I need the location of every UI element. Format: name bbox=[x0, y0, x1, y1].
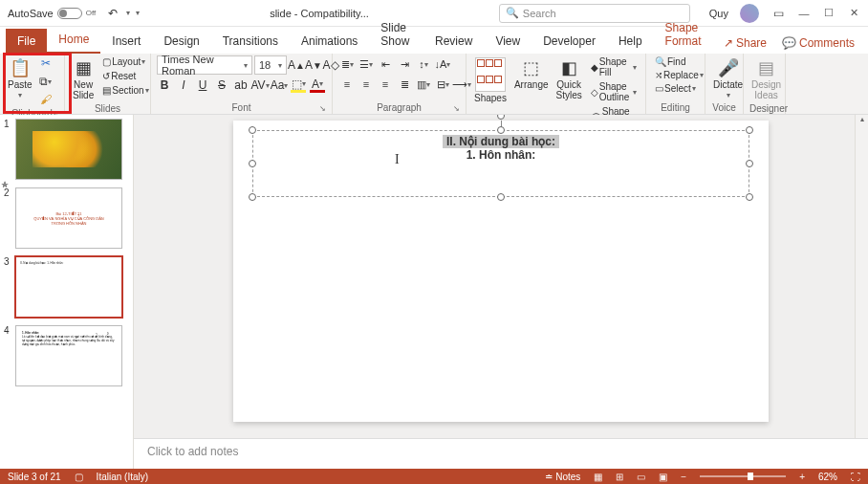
maximize-button[interactable]: ☐ bbox=[822, 7, 835, 19]
slide-thumbnails-panel[interactable]: 1★ 2★Bài 12-TIẾT 21QUYỀN VÀ NGHĨA VỤ CỦA… bbox=[0, 115, 134, 469]
autosave-switch[interactable] bbox=[57, 8, 82, 19]
cut-icon[interactable]: ✂ bbox=[38, 55, 54, 71]
columns-button[interactable]: ▥▾ bbox=[415, 76, 432, 93]
undo-more[interactable]: ▾ bbox=[126, 9, 130, 17]
align-left-button[interactable]: ≡ bbox=[338, 76, 356, 93]
bold-button[interactable]: B bbox=[157, 77, 172, 93]
selected-textbox[interactable]: I II. Nội dung bài học: 1. Hôn nhân: bbox=[252, 130, 749, 197]
resize-handle-s[interactable] bbox=[497, 193, 505, 201]
minimize-button[interactable]: — bbox=[797, 8, 811, 19]
ribbon-display-icon[interactable]: ▭ bbox=[770, 6, 786, 21]
font-size-select[interactable]: 18▾ bbox=[254, 55, 287, 75]
font-family-select[interactable]: Times New Roman▾ bbox=[157, 55, 252, 75]
thumb-slide-3[interactable]: II. Nội dung bài học: 1. Hôn nhân: bbox=[15, 256, 122, 318]
dictate-button[interactable]: 🎤Dictate▾ bbox=[711, 55, 745, 101]
resize-handle-ne[interactable] bbox=[746, 126, 753, 134]
paste-button[interactable]: 📋 Paste ▾ bbox=[6, 55, 34, 101]
justify-button[interactable]: ≣ bbox=[396, 76, 413, 93]
shapes-button[interactable]: Shapes bbox=[472, 55, 509, 105]
tab-insert[interactable]: Insert bbox=[100, 29, 152, 54]
resize-handle-nw[interactable] bbox=[249, 126, 256, 134]
strike-button[interactable]: S bbox=[214, 77, 229, 93]
tab-file[interactable]: File bbox=[6, 29, 47, 54]
decrease-font-icon[interactable]: A▼ bbox=[306, 57, 321, 73]
new-slide-button[interactable]: ▦ New Slide bbox=[71, 55, 96, 102]
arrange-button[interactable]: ⬚Arrange bbox=[512, 55, 551, 92]
vertical-scrollbar[interactable]: ▴ bbox=[855, 115, 868, 438]
resize-handle-e[interactable] bbox=[746, 160, 753, 167]
italic-button[interactable]: I bbox=[176, 77, 191, 93]
font-color-button[interactable]: A▾ bbox=[310, 77, 325, 93]
paragraph-launcher[interactable]: ↘ bbox=[453, 104, 460, 113]
resize-handle-se[interactable] bbox=[746, 193, 753, 201]
close-button[interactable]: ✕ bbox=[847, 7, 860, 19]
reset-button[interactable]: ↺ Reset bbox=[99, 70, 151, 82]
normal-view-icon[interactable]: ▦ bbox=[594, 472, 602, 482]
undo-icon[interactable]: ↶ bbox=[105, 6, 120, 21]
align-center-button[interactable]: ≡ bbox=[358, 76, 375, 93]
zoom-level[interactable]: 62% bbox=[818, 472, 837, 482]
bullets-button[interactable]: ≣▾ bbox=[338, 55, 356, 73]
find-button[interactable]: 🔍Find bbox=[652, 55, 688, 68]
thumb-slide-4[interactable]: 1. Hôn nhân:Là sự liên kết đặc biệt giữa… bbox=[15, 325, 122, 386]
numbering-button[interactable]: ☰▾ bbox=[358, 55, 375, 73]
zoom-in-button[interactable]: + bbox=[799, 472, 805, 482]
thumb-slide-1[interactable] bbox=[15, 119, 122, 180]
quick-styles-button[interactable]: ◧Quick Styles bbox=[554, 55, 584, 102]
tab-animations[interactable]: Animations bbox=[290, 29, 369, 54]
change-case-button[interactable]: Aa▾ bbox=[271, 77, 287, 93]
design-ideas-button[interactable]: ▤Design Ideas bbox=[749, 55, 783, 102]
tab-review[interactable]: Review bbox=[423, 29, 484, 54]
indent-dec-button[interactable]: ⇤ bbox=[377, 55, 394, 73]
line-spacing-button[interactable]: ↕▾ bbox=[415, 55, 432, 73]
user-avatar[interactable] bbox=[740, 4, 759, 23]
reading-view-icon[interactable]: ▭ bbox=[637, 472, 645, 482]
tab-view[interactable]: View bbox=[484, 29, 532, 54]
slide-canvas[interactable]: I II. Nội dung bài học: 1. Hôn nhân: bbox=[233, 121, 769, 422]
notes-pane[interactable]: Click to add notes bbox=[134, 438, 868, 469]
increase-font-icon[interactable]: A▲ bbox=[289, 57, 304, 73]
char-spacing-button[interactable]: AV▾ bbox=[252, 77, 268, 93]
tab-design[interactable]: Design bbox=[152, 29, 210, 54]
underline-button[interactable]: U bbox=[195, 77, 210, 93]
text-direction-button[interactable]: ↓A▾ bbox=[434, 55, 451, 73]
tab-transitions[interactable]: Transitions bbox=[211, 29, 290, 54]
copy-icon[interactable]: ⧉▾ bbox=[38, 74, 54, 89]
autosave-toggle[interactable]: AutoSave Off bbox=[8, 8, 96, 19]
layout-button[interactable]: ▢ Layout ▾ bbox=[99, 55, 151, 68]
highlight-button[interactable]: ⬚▾ bbox=[291, 77, 306, 93]
font-launcher[interactable]: ↘ bbox=[319, 104, 326, 113]
tab-shape-format[interactable]: Shape Format bbox=[654, 15, 716, 54]
slide-position[interactable]: Slide 3 of 21 bbox=[8, 472, 61, 482]
share-button[interactable]: ↗Share bbox=[716, 33, 774, 54]
thumb-slide-2[interactable]: Bài 12-TIẾT 21QUYỀN VÀ NGHĨA VỤ CỦA CÔNG… bbox=[15, 187, 122, 249]
tab-help[interactable]: Help bbox=[607, 29, 654, 54]
shadow-button[interactable]: ab bbox=[233, 77, 249, 93]
format-painter-icon[interactable]: 🖌 bbox=[38, 92, 54, 107]
align-right-button[interactable]: ≡ bbox=[377, 76, 394, 93]
zoom-out-button[interactable]: − bbox=[681, 472, 686, 482]
replace-button[interactable]: ⤭Replace▾ bbox=[652, 69, 706, 81]
indent-inc-button[interactable]: ⇥ bbox=[396, 55, 413, 73]
textbox-line2[interactable]: 1. Hôn nhân: bbox=[467, 148, 536, 162]
tab-home[interactable]: Home bbox=[47, 27, 100, 54]
comments-button[interactable]: 💬Comments bbox=[774, 33, 862, 54]
resize-handle-sw[interactable] bbox=[249, 193, 256, 201]
section-button[interactable]: ▤ Section ▾ bbox=[99, 84, 151, 97]
shape-fill-button[interactable]: ◆Shape Fill▾ bbox=[588, 55, 640, 78]
language-status[interactable]: Italian (Italy) bbox=[97, 472, 148, 482]
tab-slideshow[interactable]: Slide Show bbox=[369, 15, 423, 54]
rotate-handle[interactable] bbox=[497, 115, 505, 120]
tab-developer[interactable]: Developer bbox=[532, 29, 607, 54]
textbox-line1[interactable]: II. Nội dung bài học: bbox=[443, 135, 559, 148]
sorter-view-icon[interactable]: ⊞ bbox=[616, 472, 623, 482]
resize-handle-w[interactable] bbox=[249, 160, 256, 167]
accessibility-icon[interactable]: ▢ bbox=[75, 472, 83, 482]
shape-outline-button[interactable]: ◇Shape Outline▾ bbox=[588, 80, 640, 103]
resize-handle-n[interactable] bbox=[497, 126, 505, 134]
align-text-button[interactable]: ⊟▾ bbox=[434, 76, 451, 93]
zoom-slider[interactable] bbox=[700, 475, 786, 477]
slideshow-view-icon[interactable]: ▣ bbox=[659, 472, 667, 482]
fit-window-icon[interactable]: ⛶ bbox=[851, 472, 860, 482]
select-button[interactable]: ▭Select▾ bbox=[652, 82, 699, 95]
